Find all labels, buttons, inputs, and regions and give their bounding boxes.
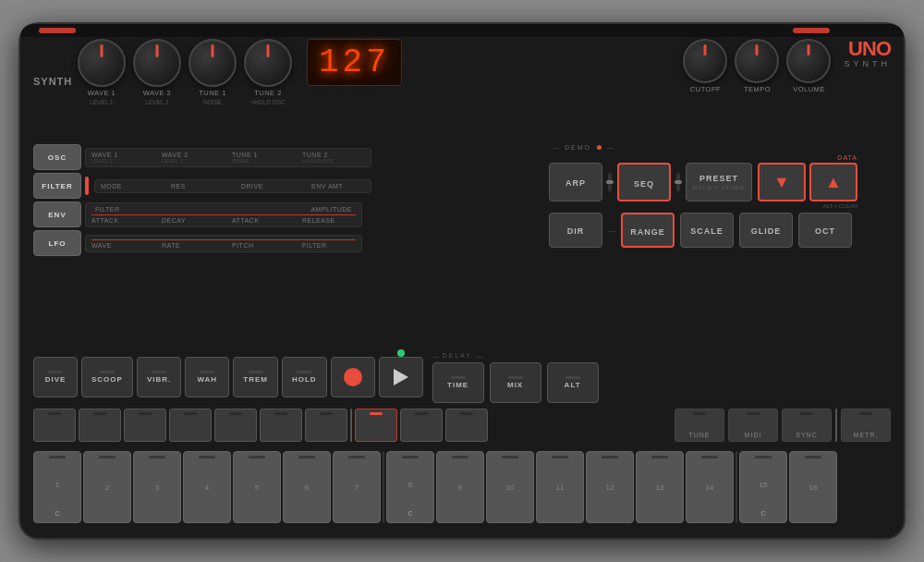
time-button[interactable]: TIME xyxy=(432,362,484,403)
key-num-9: 9 xyxy=(458,483,462,492)
step-btn-9[interactable] xyxy=(400,409,443,442)
midi-button[interactable]: MIDI xyxy=(728,409,778,442)
tune-led xyxy=(693,412,706,415)
seq-slider[interactable] xyxy=(676,173,680,191)
vibr-button[interactable]: VIBR. xyxy=(137,357,181,397)
wave2-knob[interactable] xyxy=(133,39,181,87)
oct-button[interactable]: OCT xyxy=(798,213,852,248)
data-down-button[interactable]: ▼ xyxy=(758,163,806,202)
step-btn-2[interactable] xyxy=(79,409,121,442)
envamt-col: ENV AMT xyxy=(311,183,367,189)
key-led-4 xyxy=(199,456,215,458)
dive-button[interactable]: DIVE xyxy=(33,357,78,397)
dash1: — xyxy=(608,226,615,235)
scoop-led xyxy=(100,371,115,373)
lfo-param-row: WAVE RATE PITCH FILTER xyxy=(91,242,356,249)
key-led-9 xyxy=(452,456,468,458)
key-btn-3[interactable]: 3 xyxy=(133,451,181,523)
alt-button[interactable]: ALT xyxy=(547,362,599,403)
key-btn-6[interactable]: 6 xyxy=(283,451,331,523)
key-divider-1 xyxy=(383,451,384,523)
key-btn-16[interactable]: 16 xyxy=(789,451,837,523)
tempo-knob[interactable] xyxy=(735,39,779,83)
wave1-param: WAVE 1 xyxy=(91,152,147,158)
volume-knob[interactable] xyxy=(786,39,831,83)
osc-row: OSC WAVE 1 LEVEL 1 WAVE 2 LEVEL 2 xyxy=(33,144,371,170)
tune2-sublabel: <HOLD OSC xyxy=(250,99,286,105)
data-up-button[interactable]: ▲ xyxy=(809,163,857,202)
top-section: SYNTH WAVE 1 LEVEL 1 WAVE 2 LEVEL 2 TUNE… xyxy=(33,39,891,140)
key-btn-11[interactable]: 11 xyxy=(536,451,584,523)
seq-button[interactable]: SEQ xyxy=(617,163,671,202)
wah-button[interactable]: WAH xyxy=(185,357,229,397)
metr-button[interactable]: METR. xyxy=(841,409,891,442)
step-btn-7[interactable] xyxy=(305,409,347,442)
filter-section-label: FILTER xyxy=(95,206,120,213)
uno-logo-sub: SYNTH xyxy=(844,59,891,68)
filter-button[interactable]: FILTER xyxy=(33,173,81,199)
key-btn-5[interactable]: 5 xyxy=(233,451,281,523)
key-btn-8[interactable]: 8 C xyxy=(386,451,434,523)
scoop-button[interactable]: SCOOP xyxy=(81,357,133,397)
volume-label: VOLUME xyxy=(793,85,825,93)
step-btn-6[interactable] xyxy=(260,409,302,442)
osc-button[interactable]: OSC xyxy=(33,144,81,170)
tune1-knob[interactable] xyxy=(188,39,237,87)
top-slider-right[interactable] xyxy=(793,28,830,33)
controls-row1: ARP SEQ PRESET HOLD > STORE xyxy=(549,154,891,209)
range-button[interactable]: RANGE xyxy=(621,213,675,248)
arp-slider[interactable] xyxy=(608,173,612,191)
play-icon xyxy=(394,369,408,385)
level1-param: LEVEL 1 xyxy=(91,158,147,164)
key-divider-2 xyxy=(736,451,737,523)
step-led-2 xyxy=(93,412,106,415)
demo-row: — DEMO — xyxy=(549,144,891,151)
tune2-knob[interactable] xyxy=(244,39,292,87)
key-btn-4[interactable]: 4 xyxy=(183,451,231,523)
key-btn-10[interactable]: 10 xyxy=(486,451,534,523)
lfo-button[interactable]: LFO xyxy=(33,230,81,256)
step-btn-1[interactable] xyxy=(33,409,76,442)
mix-button[interactable]: MIX xyxy=(490,362,541,403)
tune-button[interactable]: TUNE xyxy=(675,409,724,442)
key-btn-2[interactable]: 2 xyxy=(83,451,131,523)
wave1-knob[interactable] xyxy=(78,39,126,87)
dir-button[interactable]: DIR xyxy=(549,213,602,248)
key-btn-9[interactable]: 9 xyxy=(436,451,484,523)
key-btn-15[interactable]: 15 C xyxy=(739,451,787,523)
top-slider-left[interactable] xyxy=(39,28,76,33)
key-btn-14[interactable]: 14 xyxy=(686,451,734,523)
middle-section: OSC WAVE 1 LEVEL 1 WAVE 2 LEVEL 2 xyxy=(33,144,891,349)
play-button[interactable] xyxy=(379,357,423,397)
step-btn-8[interactable] xyxy=(355,409,397,442)
filter-params: MODE RES DRIVE ENV AMT xyxy=(94,179,371,193)
scale-button[interactable]: SCALE xyxy=(680,213,734,248)
preset-sublabel: HOLD > STORE xyxy=(693,185,745,190)
key-btn-1[interactable]: 1 C xyxy=(33,451,81,523)
glide-button[interactable]: GLIDE xyxy=(739,213,793,248)
key-btn-13[interactable]: 13 xyxy=(636,451,684,523)
key-btn-7[interactable]: 7 xyxy=(333,451,381,523)
trem-button[interactable]: TREM xyxy=(233,357,278,397)
sync-led xyxy=(800,412,813,415)
cutoff-knob[interactable] xyxy=(683,39,727,83)
tune2-param: TUNE 2 xyxy=(302,152,358,158)
step-btn-3[interactable] xyxy=(124,409,166,442)
env-button[interactable]: ENV xyxy=(33,202,81,227)
midi-label: MIDI xyxy=(745,432,762,438)
preset-button[interactable]: PRESET HOLD > STORE xyxy=(686,163,752,202)
step-btn-5[interactable] xyxy=(214,409,257,442)
step-btn-4[interactable] xyxy=(169,409,212,442)
arp-button[interactable]: ARP xyxy=(549,163,602,202)
synth-label: SYNTH xyxy=(33,76,72,87)
key-num-11: 11 xyxy=(556,483,565,492)
rec-button[interactable] xyxy=(331,357,375,397)
lfo-row: LFO WAVE RATE PITCH xyxy=(33,230,371,256)
hold-button[interactable]: HOLD xyxy=(282,357,327,397)
key-btn-12[interactable]: 12 xyxy=(586,451,634,523)
key-led-11 xyxy=(552,456,568,458)
key-led-13 xyxy=(651,456,668,458)
sync-button[interactable]: SYNC xyxy=(782,409,832,442)
step-btn-10[interactable] xyxy=(445,409,488,442)
tune-section: TUNE MIDI SYNC METR. xyxy=(675,409,891,442)
